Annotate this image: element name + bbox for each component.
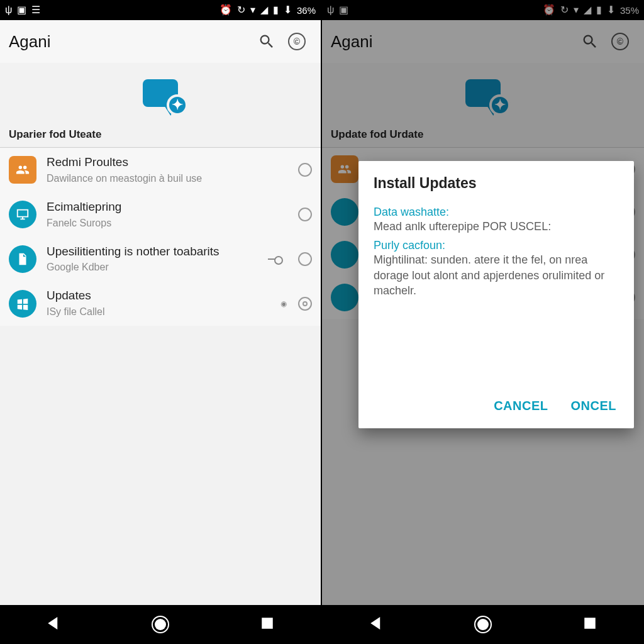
- nav-home-button[interactable]: [474, 616, 492, 633]
- hero-illustration: ✦: [0, 63, 321, 123]
- usb-icon: ψ: [5, 5, 12, 15]
- search-icon: [258, 33, 275, 50]
- battery-percent: 36%: [297, 5, 316, 16]
- radio-button[interactable]: [298, 252, 312, 266]
- app-title: Agani: [9, 32, 252, 52]
- nav-bar: [322, 605, 644, 644]
- list-item-title: Redmi Proultes: [47, 155, 288, 170]
- left-screen: ψ ▣ ☰ ⏰ ↻ ▾ ◢ ▮ ⬇ 36% Agani ©: [0, 0, 322, 644]
- download-icon: ⬇: [284, 5, 292, 15]
- nav-home-button[interactable]: [152, 616, 169, 633]
- status-list-icon: ☰: [31, 5, 40, 15]
- sync-icon: ↻: [237, 5, 245, 15]
- dot-indicator-icon: ◉: [280, 299, 287, 308]
- battery-icon: ▮: [273, 5, 279, 15]
- list-item[interactable]: Redmi Proultes Dawilance on meastogin à …: [0, 148, 321, 192]
- svg-rect-1: [585, 618, 596, 629]
- nav-bar: [0, 605, 321, 644]
- key-icon: [268, 254, 283, 264]
- dialog-body: Mead anlk ufterepipe POR USCEL:: [374, 219, 619, 234]
- back-icon: [44, 614, 63, 633]
- status-bar: ψ ▣ ☰ ⏰ ↻ ▾ ◢ ▮ ⬇ 36%: [0, 0, 321, 20]
- app-bar: Agani ©: [0, 20, 321, 63]
- dialog-actions: CANCEL ONCEL: [374, 392, 619, 419]
- radio-button[interactable]: [298, 163, 312, 177]
- status-chip-icon: ▣: [17, 5, 26, 15]
- list-item[interactable]: Upesilitienting is nother toabarits Goog…: [0, 237, 321, 282]
- list-item-subtitle: Dawilance on meastogin à buil use: [47, 172, 288, 185]
- list-item-subtitle: Fanelc Surops: [47, 217, 288, 230]
- radio-button[interactable]: [298, 297, 312, 311]
- nav-back-button[interactable]: [44, 614, 63, 635]
- list-item-title: Ecimaltiepring: [47, 200, 288, 214]
- account-button[interactable]: ©: [282, 26, 312, 57]
- search-button[interactable]: [252, 26, 282, 57]
- list-item-title: Updates: [47, 289, 270, 303]
- file-icon: [9, 245, 36, 273]
- cancel-button[interactable]: CANCEL: [491, 392, 550, 419]
- recents-icon: [580, 614, 599, 633]
- nav-recents-button[interactable]: [258, 614, 277, 635]
- dialog-label: Purly cacfoun:: [374, 239, 619, 252]
- list-item[interactable]: Updates ISy file Callel ◉: [0, 281, 321, 326]
- list-item-subtitle: Google Kdber: [47, 261, 258, 274]
- wifi-icon: ▾: [250, 5, 255, 15]
- dialog-title: Install Updates: [374, 175, 619, 192]
- recents-icon: [258, 614, 277, 633]
- list-item-subtitle: ISy file Callel: [47, 306, 270, 318]
- dialog-label: Data washatte:: [374, 206, 619, 219]
- plus-badge-icon: ✦: [167, 94, 188, 116]
- windows-icon: [9, 290, 36, 318]
- alarm-icon: ⏰: [219, 5, 232, 15]
- list-item-title: Upesilitienting is nother toabarits: [47, 245, 258, 259]
- radio-button[interactable]: [298, 208, 312, 221]
- dialog-body: Mightilinat: sunden. atere it the fel, o…: [374, 252, 619, 298]
- home-icon: [152, 616, 169, 633]
- ok-button[interactable]: ONCEL: [569, 392, 619, 419]
- account-icon: ©: [288, 33, 306, 50]
- update-list: Redmi Proultes Dawilance on meastogin à …: [0, 148, 321, 326]
- people-icon: [9, 156, 36, 184]
- signal-icon: ◢: [260, 5, 268, 15]
- nav-recents-button[interactable]: [580, 614, 599, 635]
- install-updates-dialog: Install Updates Data washatte: Mead anlk…: [358, 161, 634, 428]
- back-icon: [367, 614, 386, 633]
- display-icon: [9, 201, 36, 228]
- svg-rect-0: [262, 618, 273, 629]
- nav-back-button[interactable]: [367, 614, 386, 635]
- home-icon: [474, 616, 492, 633]
- section-header: Uparier fod Uteate: [0, 123, 321, 147]
- right-screen: ψ ▣ ⏰ ↻ ▾ ◢ ▮ ⬇ 35% Agani © ✦ Update fod…: [322, 0, 644, 644]
- list-item[interactable]: Ecimaltiepring Fanelc Surops: [0, 192, 321, 237]
